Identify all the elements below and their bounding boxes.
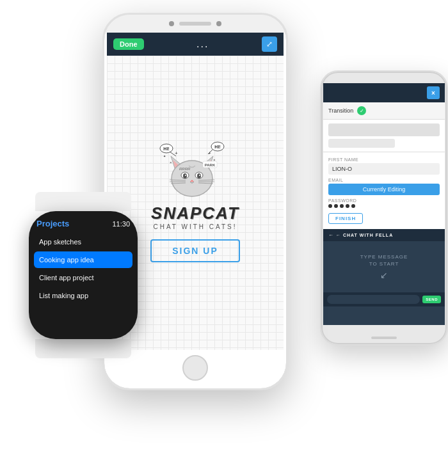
chat-arrow-icon: ↙ [380, 270, 388, 280]
svg-text:PARK: PARK [205, 163, 216, 167]
phone-toolbar: Done ... [107, 33, 284, 56]
chat-input-bar: SEND [323, 292, 445, 306]
watch-body: Projects 11:30 App sketches Cooking app … [29, 211, 138, 339]
password-dots [328, 204, 440, 208]
email-label: EMAIL [328, 178, 440, 182]
iphone-notch [104, 15, 286, 33]
apple-watch: Projects 11:30 App sketches Cooking app … [19, 192, 147, 345]
svg-text:+: + [175, 150, 178, 156]
svg-text:+: + [208, 150, 211, 156]
svg-point-20 [185, 175, 186, 176]
svg-point-19 [197, 173, 201, 178]
send-button[interactable]: SEND [422, 296, 441, 303]
password-label: PASSWORD [328, 198, 440, 203]
watch-title: Projects [36, 219, 69, 228]
home-indicator [371, 337, 397, 339]
transition-label: Transition [328, 107, 353, 114]
iphone-right: × Transition ✓ FIRST NAME LION-O EMAIL [320, 70, 448, 345]
watch-band-bottom [35, 339, 131, 358]
close-button[interactable]: × [427, 86, 440, 99]
watch-header: Projects 11:30 [34, 219, 132, 228]
svg-text:HI!: HI! [163, 147, 169, 151]
more-dots[interactable]: ... [196, 38, 209, 50]
snapcat-logo: HI! HI! + + × × ✦ [150, 137, 240, 262]
watch-list: App sketches Cooking app idea Client app… [34, 234, 132, 333]
done-button[interactable]: Done [113, 38, 144, 50]
watch-time: 11:30 [112, 220, 130, 228]
chat-input[interactable] [327, 295, 420, 304]
scene: Done ... HI! [0, 0, 448, 476]
brand-tagline: CHAT WITH CATS! [153, 223, 237, 230]
signup-button[interactable]: SIGN UP [150, 239, 240, 262]
finish-button[interactable]: FINISH [328, 213, 363, 224]
watch-item-app-sketches[interactable]: App sketches [34, 234, 132, 250]
right-phone-screen: × Transition ✓ FIRST NAME LION-O EMAIL [323, 83, 445, 325]
watch-item-list-app[interactable]: List making app [34, 287, 132, 304]
svg-text:✦: ✦ [163, 154, 166, 158]
svg-text:HI!: HI! [214, 145, 220, 149]
svg-text:×: × [170, 161, 172, 164]
right-form-section: FIRST NAME LION-O EMAIL Currently Editin… [323, 152, 445, 229]
svg-text:RRRR: RRRR [179, 167, 191, 171]
transition-panel: Transition ✓ [323, 102, 445, 120]
chat-placeholder: TYPE MESSAGETO START [360, 253, 408, 267]
chat-body: TYPE MESSAGETO START ↙ [323, 241, 445, 292]
right-toolbar: × [323, 83, 445, 102]
chat-header-label: ← CHAT WITH FELLA [336, 233, 393, 237]
home-button[interactable] [182, 355, 208, 381]
chat-section: ← ← CHAT WITH FELLA TYPE MESSAGETO START… [323, 229, 445, 306]
watch-band-top [35, 192, 131, 211]
brand-name: SNAPCAT [151, 203, 239, 223]
svg-point-18 [183, 173, 187, 178]
firstname-label: FIRST NAME [328, 157, 440, 162]
firstname-field[interactable]: LION-O [328, 163, 440, 175]
camera-dot-2 [216, 21, 221, 26]
cat-illustration: HI! HI! + + × × ✦ [157, 137, 234, 201]
back-arrow-icon: ← [328, 232, 333, 238]
svg-point-21 [199, 175, 200, 176]
watch-item-client-app[interactable]: Client app project [34, 269, 132, 286]
email-field-editing[interactable]: Currently Editing [328, 184, 440, 195]
expand-button[interactable] [262, 36, 277, 52]
watch-screen: Projects 11:30 App sketches Cooking app … [29, 211, 138, 339]
camera-dot [169, 21, 174, 26]
speaker-bar [179, 22, 211, 26]
check-icon: ✓ [357, 106, 366, 115]
chat-header: ← ← CHAT WITH FELLA [323, 229, 445, 241]
watch-item-cooking-app[interactable]: Cooking app idea [34, 251, 132, 268]
